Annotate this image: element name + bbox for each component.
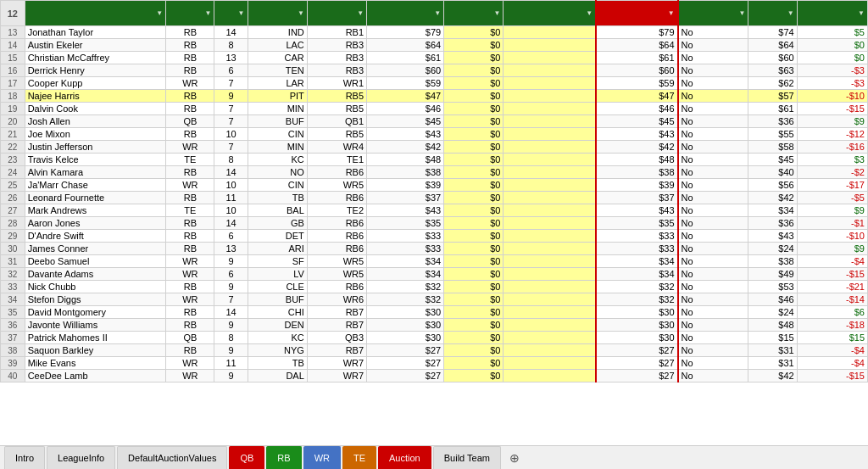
realval-cell: $30 xyxy=(367,319,444,332)
paid-cell[interactable] xyxy=(504,357,596,370)
table-scroll[interactable]: 12 ▼ ▼ xyxy=(0,0,868,416)
bye-header[interactable]: ▼ xyxy=(214,1,248,26)
pos-header[interactable]: ▼ xyxy=(166,1,214,26)
tab-te[interactable]: TE xyxy=(342,446,376,469)
paid-cell[interactable] xyxy=(504,52,596,64)
aav-cell: $60 xyxy=(748,52,797,64)
pos-cell: RB xyxy=(166,26,214,39)
team-cell: NO xyxy=(248,166,307,179)
player-name: Mike Evans xyxy=(25,357,166,370)
tier-filter-icon[interactable]: ▼ xyxy=(357,9,364,17)
sitesk-cell: -$21 xyxy=(797,281,867,293)
paid-cell[interactable] xyxy=(504,204,596,217)
aav-filter-icon[interactable]: ▼ xyxy=(787,9,794,17)
tier-cell: RB5 xyxy=(307,103,366,115)
sitesk-filter-icon[interactable]: ▼ xyxy=(858,9,865,17)
paid-cell[interactable] xyxy=(504,230,596,243)
player-name: Saquon Barkley xyxy=(25,344,166,357)
keeper-cell: No xyxy=(678,115,748,128)
skew-cell: $0 xyxy=(444,141,504,154)
paid-cell[interactable] xyxy=(504,64,596,77)
tab-qb[interactable]: QB xyxy=(229,446,264,469)
keeper-cell: No xyxy=(678,128,748,141)
paid-cell[interactable] xyxy=(504,26,596,39)
paid-cell[interactable] xyxy=(504,281,596,293)
team-cell: SF xyxy=(248,255,307,268)
inflated-header[interactable]: ▼ xyxy=(596,1,677,26)
paid-cell[interactable] xyxy=(504,115,596,128)
bye-filter-icon[interactable]: ▼ xyxy=(238,9,245,17)
keeper-filter-icon[interactable]: ▼ xyxy=(738,9,745,17)
bye-cell: 9 xyxy=(214,281,248,293)
paid-cell[interactable] xyxy=(504,128,596,141)
tier-cell: QB1 xyxy=(307,115,366,128)
inflated-filter-icon[interactable]: ▼ xyxy=(668,9,675,17)
paid-cell[interactable] xyxy=(504,268,596,281)
tab-wr[interactable]: WR xyxy=(303,446,341,469)
player-header[interactable]: ▼ xyxy=(25,1,166,26)
paid-cell[interactable] xyxy=(504,39,596,52)
row-number: 36 xyxy=(1,319,25,332)
pos-filter-icon[interactable]: ▼ xyxy=(205,9,212,17)
paid-cell[interactable] xyxy=(504,90,596,103)
paid-cell[interactable] xyxy=(504,103,596,115)
realval-filter-icon[interactable]: ▼ xyxy=(434,9,441,17)
paid-cell[interactable] xyxy=(504,370,596,382)
aav-header[interactable]: ▼ xyxy=(748,1,797,26)
paid-header[interactable]: ▼ xyxy=(504,1,596,26)
paid-cell[interactable] xyxy=(504,154,596,166)
tab-intro[interactable]: Intro xyxy=(4,446,45,469)
sitesk-cell: -$15 xyxy=(797,103,867,115)
tab-defaultauctionvalues[interactable]: DefaultAuctionValues xyxy=(117,446,227,469)
table-row: 18 Najee Harris RB 9 PIT RB5 $47 $0 $47 … xyxy=(1,90,868,103)
team-filter-icon[interactable]: ▼ xyxy=(298,9,304,17)
sitesk-cell: $15 xyxy=(797,332,867,344)
paid-cell[interactable] xyxy=(504,332,596,344)
paid-cell[interactable] xyxy=(504,319,596,332)
paid-cell[interactable] xyxy=(504,243,596,255)
paid-cell[interactable] xyxy=(504,192,596,204)
player-name: Derrick Henry xyxy=(25,64,166,77)
team-header[interactable]: ▼ xyxy=(248,1,307,26)
paid-cell[interactable] xyxy=(504,255,596,268)
sitesk-cell: -$1 xyxy=(797,217,867,230)
table-row: 40 CeeDee Lamb WR 9 DAL WR7 $27 $0 $27 N… xyxy=(1,370,868,382)
paid-cell[interactable] xyxy=(504,77,596,90)
paid-cell[interactable] xyxy=(504,166,596,179)
inflated-cell: $30 xyxy=(596,319,677,332)
realval-header[interactable]: ▼ xyxy=(367,1,444,26)
player-filter-icon[interactable]: ▼ xyxy=(156,9,163,17)
aav-cell: $57 xyxy=(748,90,797,103)
tier-cell: WR7 xyxy=(307,370,366,382)
team-cell: MIN xyxy=(248,141,307,154)
sitesk-cell: -$17 xyxy=(797,179,867,192)
skew-header[interactable]: ▼ xyxy=(444,1,504,26)
sitesk-cell: $3 xyxy=(797,154,867,166)
paid-cell[interactable] xyxy=(504,344,596,357)
paid-filter-icon[interactable]: ▼ xyxy=(586,9,593,17)
player-name: Joe Mixon xyxy=(25,128,166,141)
paid-cell[interactable] xyxy=(504,306,596,319)
paid-cell[interactable] xyxy=(504,141,596,154)
row-number: 35 xyxy=(1,306,25,319)
tab-rb[interactable]: RB xyxy=(266,446,301,469)
aav-cell: $31 xyxy=(748,357,797,370)
aav-cell: $64 xyxy=(748,39,797,52)
tab-build-team[interactable]: Build Team xyxy=(433,446,501,469)
keeper-header[interactable]: ▼ xyxy=(678,1,748,26)
tier-header[interactable]: ▼ xyxy=(307,1,366,26)
pos-cell: RB xyxy=(166,281,214,293)
sitesk-header[interactable]: ▼ xyxy=(797,1,867,26)
skew-cell: $0 xyxy=(444,319,504,332)
skew-filter-icon[interactable]: ▼ xyxy=(494,9,501,17)
sitesk-cell: -$10 xyxy=(797,90,867,103)
paid-cell[interactable] xyxy=(504,217,596,230)
paid-cell[interactable] xyxy=(504,293,596,306)
tab-leagueinfo[interactable]: LeagueInfo xyxy=(47,446,115,469)
table-row: 37 Patrick Mahomes II QB 8 KC QB3 $30 $0… xyxy=(1,332,868,344)
inflated-cell: $47 xyxy=(596,90,677,103)
add-sheet-button[interactable]: ⊕ xyxy=(503,446,526,469)
tab-auction[interactable]: Auction xyxy=(378,446,431,469)
paid-cell[interactable] xyxy=(504,179,596,192)
aav-cell: $74 xyxy=(748,26,797,39)
